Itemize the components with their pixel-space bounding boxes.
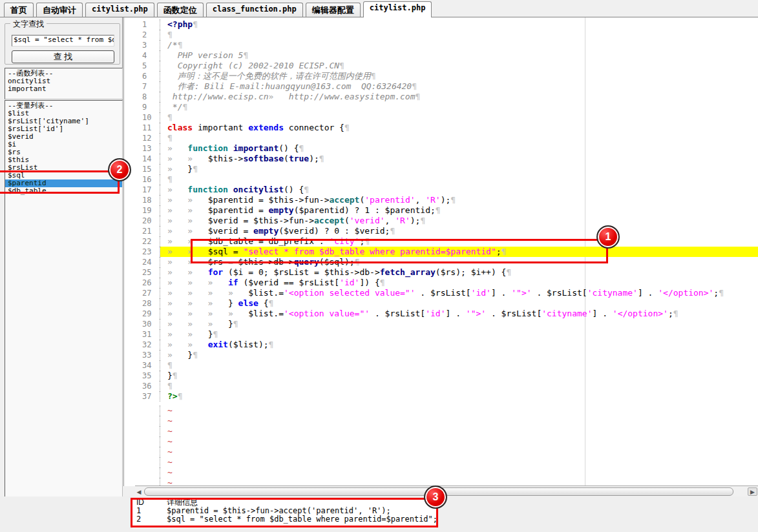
code-text: ¶: [160, 30, 758, 40]
scrollbar-right-arrow-icon[interactable]: ▶: [748, 487, 757, 496]
code-line-19: 19» » $parentid = empty($parentid) ? 1 :…: [124, 205, 758, 216]
code-text: 作者: Bili E-mail:huangqyun@163.com QQ:632…: [160, 81, 758, 92]
code-text: ¶: [160, 381, 758, 391]
code-line-1: 1<?php¶: [124, 19, 758, 30]
tab-自动审计[interactable]: 自动审计: [36, 3, 83, 17]
line-number: 25: [124, 267, 160, 278]
line-number: [124, 467, 160, 478]
scrollbar-left-arrow-icon[interactable]: ◀: [135, 488, 143, 496]
line-number: 18: [124, 195, 160, 205]
code-text: » » $parentid = empty($parentid) ? 1 : $…: [160, 205, 758, 216]
tab-函数定位[interactable]: 函数定位: [157, 3, 204, 17]
tab-编辑器配置[interactable]: 编辑器配置: [306, 3, 361, 17]
line-number: [124, 416, 160, 426]
line-number: 35: [124, 371, 160, 381]
line-number: 4: [124, 50, 160, 61]
empty-line: ~: [124, 416, 758, 426]
text-search-title: 文字查找: [10, 19, 47, 30]
search-button[interactable]: 查 找: [12, 50, 114, 63]
code-line-34: 34¶: [124, 360, 758, 371]
line-number: 19: [124, 205, 160, 216]
function-list-item[interactable]: important: [5, 85, 122, 93]
detail-row[interactable]: 1$parentid = $this->fun->accept('parenti…: [132, 507, 436, 515]
tab-class_function.php[interactable]: class_function.php: [206, 3, 303, 17]
line-number: [124, 457, 160, 467]
code-line-33: 33» }¶: [124, 350, 758, 360]
code-line-5: 5 Copyright (c) 2002-2010 ECISP.CN¶: [124, 61, 758, 71]
line-number: 24: [124, 257, 160, 267]
code-text: ~: [160, 416, 758, 426]
code-text: ~: [160, 426, 758, 436]
tab-首页[interactable]: 首页: [4, 3, 34, 17]
code-text: » » » » $list.='<option selected value="…: [160, 288, 758, 298]
code-line-18: 18» » $parentid = $this->fun->accept('pa…: [124, 195, 758, 205]
code-text: » function oncitylist() {¶: [160, 185, 758, 195]
code-text: ¶: [160, 112, 758, 123]
code-text: <?php¶: [160, 19, 758, 30]
line-number: 5: [124, 61, 160, 71]
code-text: ¶: [160, 174, 758, 185]
empty-line: ~: [124, 405, 758, 416]
code-line-10: 10¶: [124, 112, 758, 123]
code-line-11: 11class important extends connector {¶: [124, 123, 758, 133]
line-number: 21: [124, 226, 160, 236]
code-line-16: 16¶: [124, 174, 758, 185]
detail-table: ID详细信息1$parentid = $this->fun->accept('p…: [132, 498, 436, 528]
code-line-3: 3/*¶: [124, 40, 758, 50]
line-number: 7: [124, 81, 160, 92]
code-text: » » » if ($verid == $rsList['id']) {¶: [160, 278, 758, 288]
code-line-35: 35}¶: [124, 371, 758, 381]
tab-citylist.php[interactable]: citylist.php: [85, 3, 154, 17]
text-search-groupbox: 文字查找 $sql = "select * from $db_ta 查 找: [5, 23, 120, 65]
empty-line: ~: [124, 447, 758, 457]
line-number: 6: [124, 71, 160, 81]
line-number: 30: [124, 319, 160, 329]
code-text: » » $verid = empty($verid) ? 0 : $verid;…: [160, 226, 758, 236]
code-text: ~: [160, 457, 758, 467]
variable-list-item[interactable]: $db_table: [5, 187, 122, 195]
line-number: 32: [124, 340, 160, 350]
variable-list-item[interactable]: $verid: [5, 133, 122, 141]
code-text: » }¶: [160, 164, 758, 174]
tab-bar: 首页自动审计citylist.php函数定位class_function.php…: [0, 0, 758, 17]
code-line-36: 36¶: [124, 381, 758, 391]
line-number: 34: [124, 360, 160, 371]
code-text: */¶: [160, 102, 758, 112]
function-list[interactable]: --函数列表--oncitylistimportant: [5, 68, 123, 99]
code-text: class important extends connector {¶: [160, 123, 758, 133]
code-line-32: 32» » exit($list);¶: [124, 340, 758, 350]
code-text: Copyright (c) 2002-2010 ECISP.CN¶: [160, 61, 758, 71]
variable-list[interactable]: --变量列表--$list$rsList['cityname']$rsList[…: [5, 100, 123, 532]
variable-list-item[interactable]: $i: [5, 141, 122, 148]
code-text: ¶: [160, 133, 758, 143]
code-line-17: 17» function oncitylist() {¶: [124, 185, 758, 195]
detail-header-info: 详细信息: [167, 498, 436, 507]
code-line-22: 22» » $db_table = db_prefix . 'city';¶: [124, 236, 758, 247]
line-number: 36: [124, 381, 160, 391]
code-line-29: 29» » » » $list.='<option value="' . $rs…: [124, 309, 758, 319]
code-text: ~: [160, 467, 758, 478]
code-text: » function important() {¶: [160, 143, 758, 154]
line-number: 12: [124, 133, 160, 143]
search-input[interactable]: $sql = "select * from $db_ta: [12, 35, 114, 46]
sidebar: 文字查找 $sql = "select * from $db_ta 查 找 --…: [0, 17, 123, 532]
tab-citylist.php[interactable]: citylist.php: [363, 1, 432, 17]
code-text: » » $sql = "select * from $db_table wher…: [160, 247, 758, 257]
editor-lines: 1<?php¶2¶3/*¶4 PHP version 5¶5 Copyright…: [124, 17, 758, 486]
line-number: 3: [124, 40, 160, 50]
code-editor[interactable]: 1<?php¶2¶3/*¶4 PHP version 5¶5 Copyright…: [123, 17, 758, 486]
code-text: }¶: [160, 371, 758, 381]
line-number: 37: [124, 391, 160, 402]
line-number: 20: [124, 216, 160, 226]
annotation-badge-2: 2: [108, 158, 131, 181]
code-text: ~: [160, 436, 758, 447]
code-text: » » » }¶: [160, 319, 758, 329]
code-line-26: 26» » » if ($verid == $rsList['id']) {¶: [124, 278, 758, 288]
line-number: 29: [124, 309, 160, 319]
code-text: » » exit($list);¶: [160, 340, 758, 350]
code-text: » » }¶: [160, 329, 758, 340]
detail-row[interactable]: 2$sql = "select * from $db_table where p…: [132, 515, 436, 524]
code-line-13: 13» function important() {¶: [124, 143, 758, 154]
code-text: » » $db_table = db_prefix . 'city';¶: [160, 236, 758, 247]
bottom-panel: ID详细信息1$parentid = $this->fun->accept('p…: [0, 496, 758, 532]
